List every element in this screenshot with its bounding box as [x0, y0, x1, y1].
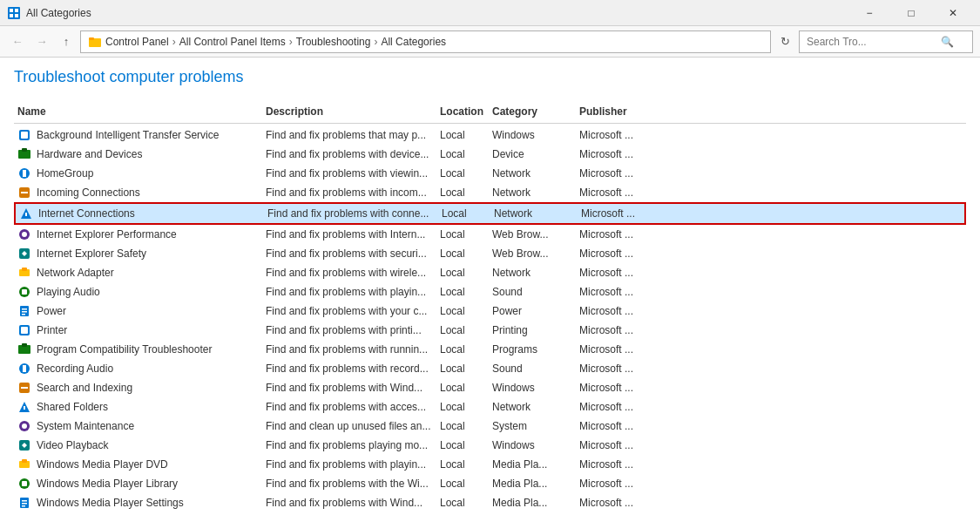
- table-row[interactable]: Internet Connections Find and fix proble…: [14, 202, 966, 225]
- item-location: Local: [436, 246, 489, 261]
- item-name: Internet Explorer Safety: [14, 245, 262, 262]
- item-name: HomeGroup: [14, 165, 262, 182]
- path-segment: Control Panel: [105, 36, 169, 48]
- path-segment: All Categories: [381, 36, 446, 48]
- search-icon[interactable]: 🔍: [941, 36, 954, 48]
- item-location: Local: [436, 437, 489, 453]
- window-icon: [7, 6, 21, 20]
- item-category: Media Pla...: [489, 495, 576, 511]
- item-icon: [17, 477, 31, 491]
- svg-rect-25: [22, 308, 27, 310]
- table-row[interactable]: HomeGroup Find and fix problems with vie…: [14, 164, 966, 183]
- item-category: Programs: [489, 342, 576, 357]
- item-publisher: Microsoft ...: [576, 380, 689, 396]
- item-publisher: Microsoft ...: [576, 284, 689, 300]
- item-location: Local: [436, 418, 489, 434]
- col-name: Name: [14, 104, 262, 119]
- item-description: Find and fix problems with the Wi...: [262, 476, 436, 491]
- item-name: Video Playback: [14, 437, 262, 454]
- address-path[interactable]: Control Panel › All Control Panel Items …: [80, 30, 771, 53]
- item-category: Network: [490, 206, 578, 221]
- item-publisher: Microsoft ...: [576, 265, 689, 281]
- item-icon: [17, 381, 31, 395]
- item-icon: [17, 496, 31, 510]
- table-row[interactable]: Recording Audio Find and fix problems wi…: [14, 359, 966, 378]
- item-category: Network: [489, 185, 576, 200]
- up-button[interactable]: ↑: [56, 31, 77, 52]
- table-row[interactable]: Windows Media Player Settings Find and f…: [14, 493, 966, 512]
- item-publisher: Microsoft ...: [576, 495, 689, 511]
- table-row[interactable]: Hardware and Devices Find and fix proble…: [14, 145, 966, 164]
- table-row[interactable]: Search and Indexing Find and fix problem…: [14, 378, 966, 397]
- item-location: Local: [436, 495, 489, 511]
- item-name: Windows Media Player Settings: [14, 494, 262, 512]
- item-category: Windows: [489, 380, 576, 396]
- maximize-button[interactable]: □: [891, 0, 931, 26]
- item-location: Local: [436, 185, 489, 200]
- svg-rect-23: [22, 289, 27, 295]
- item-location: Local: [436, 284, 489, 300]
- table-row[interactable]: Printer Find and fix problems with print…: [14, 321, 966, 340]
- col-location: Location: [436, 104, 489, 119]
- refresh-button[interactable]: ↻: [774, 31, 795, 52]
- svg-rect-8: [21, 132, 28, 139]
- svg-rect-21: [22, 268, 27, 271]
- table-row[interactable]: Shared Folders Find and fix problems wit…: [14, 397, 966, 417]
- item-description: Find and fix problems with record...: [262, 361, 436, 376]
- close-button[interactable]: ✕: [933, 0, 973, 26]
- back-button[interactable]: ←: [7, 31, 28, 52]
- svg-rect-10: [22, 148, 27, 152]
- item-category: Web Brow...: [489, 246, 576, 261]
- table-row[interactable]: Windows Media Player Library Find and fi…: [14, 474, 966, 493]
- item-description: Find and fix problems with playin...: [262, 457, 436, 472]
- item-category: Power: [489, 303, 576, 319]
- item-publisher: Microsoft ...: [576, 457, 689, 472]
- item-name: Incoming Connections: [14, 184, 262, 201]
- table-row[interactable]: Power Find and fix problems with your c.…: [14, 302, 966, 321]
- item-icon: [17, 128, 31, 142]
- item-location: Local: [436, 227, 489, 242]
- item-category: Network: [489, 265, 576, 281]
- item-icon: [17, 304, 31, 318]
- item-description: Find and fix problems with conne...: [264, 206, 438, 221]
- item-name: Shared Folders: [14, 398, 262, 416]
- item-icon: [17, 419, 31, 433]
- table-row[interactable]: Program Compatibility Troubleshooter Fin…: [14, 340, 966, 359]
- svg-rect-37: [24, 406, 25, 410]
- table-row[interactable]: Incoming Connections Find and fix proble…: [14, 183, 966, 202]
- item-icon: [17, 247, 31, 261]
- table-row[interactable]: Background Intelligent Transfer Service …: [14, 125, 966, 145]
- svg-rect-27: [22, 314, 25, 315]
- table-row[interactable]: Internet Explorer Performance Find and f…: [14, 225, 966, 244]
- svg-rect-42: [22, 459, 27, 463]
- svg-point-18: [22, 232, 27, 237]
- table-row[interactable]: Video Playback Find and fix problems pla…: [14, 436, 966, 455]
- item-category: System: [489, 418, 576, 434]
- item-publisher: Microsoft ...: [576, 322, 689, 338]
- item-publisher: Microsoft ...: [576, 166, 689, 181]
- col-description: Description: [262, 104, 436, 119]
- item-icon: [17, 362, 31, 376]
- search-box[interactable]: 🔍: [799, 30, 973, 53]
- item-name: System Maintenance: [14, 417, 262, 435]
- item-location: Local: [436, 303, 489, 319]
- table-row[interactable]: Network Adapter Find and fix problems wi…: [14, 263, 966, 282]
- item-location: Local: [438, 206, 490, 221]
- item-description: Find and fix problems playing mo...: [262, 437, 436, 453]
- minimize-button[interactable]: −: [849, 0, 889, 26]
- table-row[interactable]: Internet Explorer Safety Find and fix pr…: [14, 244, 966, 263]
- forward-button[interactable]: →: [31, 31, 52, 52]
- item-publisher: Microsoft ...: [576, 146, 689, 162]
- col-category: Category: [489, 104, 576, 119]
- svg-rect-35: [21, 387, 28, 389]
- item-name: Windows Media Player DVD: [14, 456, 262, 473]
- item-description: Find and fix problems with viewin...: [262, 166, 436, 181]
- item-icon: [17, 438, 31, 452]
- item-name: Internet Connections: [16, 205, 264, 222]
- page-title: Troubleshoot computer problems: [14, 68, 966, 86]
- item-publisher: Microsoft ...: [576, 361, 689, 376]
- search-input[interactable]: [807, 36, 937, 48]
- table-row[interactable]: System Maintenance Find and clean up unu…: [14, 417, 966, 436]
- table-row[interactable]: Windows Media Player DVD Find and fix pr…: [14, 455, 966, 474]
- table-row[interactable]: Playing Audio Find and fix problems with…: [14, 282, 966, 302]
